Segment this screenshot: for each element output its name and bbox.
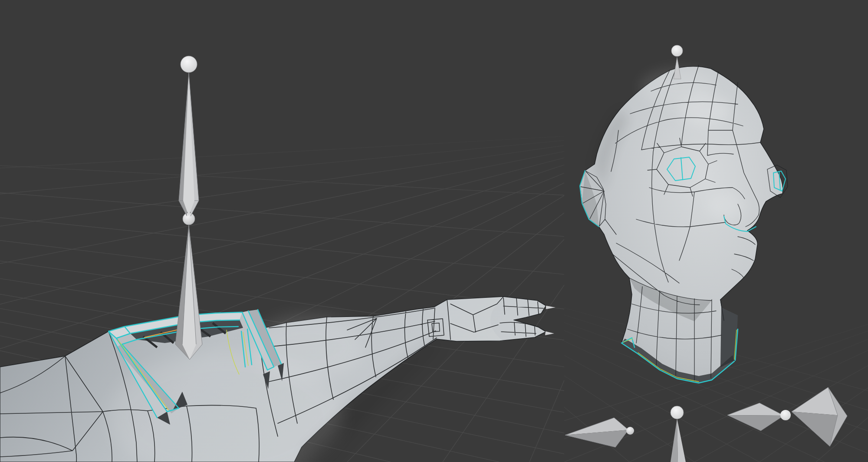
joint-ball-center[interactable] [671,406,684,419]
joint-ball-right[interactable] [780,410,791,420]
bone-lower[interactable] [175,225,202,360]
joint-ball-top[interactable] [181,56,197,73]
cheek-highlight [707,192,744,220]
viewport-right[interactable] [564,0,868,462]
armature-bone-chain[interactable] [175,56,202,360]
joint-ball-head-top[interactable] [671,45,683,56]
viewport-left[interactable] [0,0,564,462]
3d-viewport-screenshot [0,0,868,462]
